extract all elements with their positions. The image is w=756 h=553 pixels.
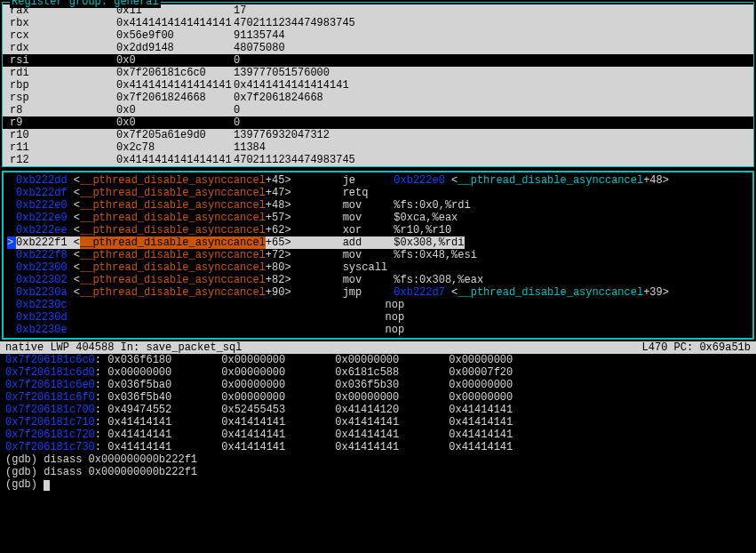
disasm-row: 0xb222ee <__pthread_disable_asynccancel+… <box>5 224 751 236</box>
disasm-symbol: __pthread_disable_asynccancel <box>80 274 266 286</box>
gdb-prompt-text: (gdb) <box>5 478 44 491</box>
disasm-operands: %r10,%r10 <box>394 224 451 236</box>
disasm-row: 0xb222f8 <__pthread_disable_asynccancel+… <box>5 249 751 261</box>
disasm-addr: 0xb2230e <box>16 324 68 336</box>
memory-value: 0x00000000 <box>221 354 335 366</box>
register-dec: 4702111234474983745 <box>234 17 746 29</box>
disasm-mnem: mov <box>291 249 394 261</box>
register-row: rdi0x7f206181c6c0139777051576000 <box>3 67 753 79</box>
memory-row: 0x7f206181c710: 0x414141410x414141410x41… <box>0 416 756 429</box>
memory-value: 0x41414141 <box>335 441 449 453</box>
register-hex: 0x0 <box>116 104 234 116</box>
disasm-mnem: nop <box>386 311 405 324</box>
disasm-symbol: __pthread_disable_asynccancel <box>80 199 266 212</box>
memory-value: 0x00000000 <box>449 391 562 404</box>
register-name: rsp <box>10 92 116 104</box>
register-group-panel: Register group: general rax0x1117rbx0x41… <box>2 2 754 167</box>
disasm-symbol: __pthread_disable_asynccancel <box>80 286 266 299</box>
disasm-oper-offset: +39 <box>643 286 663 299</box>
memory-address: 0x7f206181c6d0 <box>5 366 95 379</box>
register-dec: 4702111234474983745 <box>234 154 746 166</box>
disasm-row: 0xb2230enop <box>5 324 751 336</box>
memory-value: 0x41414141 <box>107 441 221 453</box>
register-hex: 0x7f2061824668 <box>116 92 234 104</box>
disassembly-panel: 0xb222dd <__pthread_disable_asynccancel+… <box>2 171 754 340</box>
memory-value: 0x41414141 <box>221 429 335 441</box>
register-hex: 0x2dd9148 <box>116 42 234 54</box>
memory-dump-panel: 0x7f206181c6c0: 0x036f61800x000000000x00… <box>0 354 756 453</box>
disasm-addr: 0xb222ee <box>16 224 68 236</box>
command-text: (gdb) disass 0x000000000b222f1 <box>5 453 197 466</box>
register-row: r100x7f205a61e9d0139776932047312 <box>3 129 753 141</box>
disasm-mnem: mov <box>291 274 394 286</box>
register-hex: 0x7f206181c6c0 <box>116 67 234 79</box>
memory-address: 0x7f206181c6e0 <box>5 379 95 391</box>
disasm-mnem: jmp <box>291 286 394 299</box>
register-name: rsi <box>10 54 116 67</box>
register-hex: 0x0 <box>116 54 234 67</box>
register-dec: 0 <box>234 54 746 67</box>
disasm-addr: 0xb2230a <box>16 286 68 299</box>
register-row: rbx0x41414141414141414702111234474983745 <box>3 17 753 29</box>
register-dec: 139777051576000 <box>234 67 746 79</box>
register-hex: 0x4141414141414141 <box>116 154 234 166</box>
memory-value: 0x00000000 <box>221 391 335 404</box>
memory-value: 0x00000000 <box>449 379 562 391</box>
disasm-row: 0xb222df <__pthread_disable_asynccancel+… <box>5 187 751 199</box>
register-row: r120x41414141414141414702111234474983745 <box>3 154 753 166</box>
register-row: rbp0x41414141414141410x4141414141414141 <box>3 79 753 92</box>
register-name: r12 <box>10 154 116 166</box>
disasm-oper-offset: +48 <box>643 174 663 187</box>
memory-value: 0x036f5b30 <box>335 379 449 391</box>
memory-row: 0x7f206181c6e0: 0x036f5ba00x000000000x03… <box>0 379 756 391</box>
disasm-symbol: __pthread_disable_asynccancel <box>80 187 266 199</box>
memory-row: 0x7f206181c720: 0x414141410x414141410x41… <box>0 429 756 441</box>
disasm-symbol: __pthread_disable_asynccancel <box>80 224 266 236</box>
memory-address: 0x7f206181c730 <box>5 441 95 453</box>
command-history: (gdb) disass 0x000000000b222f1(gdb) disa… <box>0 453 756 478</box>
memory-value: 0x41414141 <box>449 429 562 441</box>
register-dec: 0 <box>234 116 746 129</box>
disasm-oper-addr: 0xb222d7 <box>394 286 445 299</box>
register-dec: 0x7f2061824668 <box>234 92 746 104</box>
disasm-mnem: je <box>291 174 394 187</box>
memory-value: 0x49474552 <box>107 404 221 416</box>
disasm-addr: 0xb222e0 <box>16 199 68 212</box>
gdb-prompt-line[interactable]: (gdb) <box>0 478 756 491</box>
register-row: r90x00 <box>3 116 753 129</box>
memory-address: 0x7f206181c710 <box>5 416 95 429</box>
memory-address: 0x7f206181c6f0 <box>5 391 95 404</box>
disasm-addr: 0xb222f1 <box>16 236 68 249</box>
disasm-offset: +57 <box>266 212 285 224</box>
disasm-row: >0xb222f1 <__pthread_disable_asynccancel… <box>5 236 751 249</box>
register-name: rbp <box>10 79 116 92</box>
disasm-offset: +48 <box>266 199 285 212</box>
memory-value: 0x52455453 <box>221 404 335 416</box>
disasm-symbol: __pthread_disable_asynccancel <box>80 236 266 249</box>
memory-row: 0x7f206181c700: 0x494745520x524554530x41… <box>0 404 756 416</box>
register-name: r11 <box>10 141 116 154</box>
memory-address: 0x7f206181c6c0 <box>5 354 95 366</box>
disasm-row: 0xb22300 <__pthread_disable_asynccancel+… <box>5 261 751 274</box>
register-name: rdi <box>10 67 116 79</box>
disasm-offset: +62 <box>266 224 285 236</box>
disasm-operands: %fs:0x48,%esi <box>394 249 477 261</box>
memory-value: 0x00000000 <box>335 391 449 404</box>
register-row: r110x2c7811384 <box>3 141 753 154</box>
command-history-line: (gdb) disass 0x000000000b222f1 <box>0 466 756 478</box>
disasm-mnem: nop <box>386 299 405 311</box>
register-hex: 0x2c78 <box>116 141 234 154</box>
register-name: rdx <box>10 42 116 54</box>
memory-row: 0x7f206181c6f0: 0x036f5b400x000000000x00… <box>0 391 756 404</box>
memory-value: 0x41414141 <box>107 416 221 429</box>
register-name: rcx <box>10 29 116 42</box>
memory-value: 0x41414141 <box>335 416 449 429</box>
disasm-addr: 0xb2230d <box>16 311 68 324</box>
memory-value: 0x41414141 <box>335 429 449 441</box>
disasm-symbol: __pthread_disable_asynccancel <box>80 212 266 224</box>
register-name: r8 <box>10 104 116 116</box>
register-group-title: Register group: general <box>10 0 161 8</box>
register-dec: 17 <box>234 4 746 17</box>
disasm-row: 0xb2230a <__pthread_disable_asynccancel+… <box>5 286 751 299</box>
disasm-offset: +65 <box>266 236 285 249</box>
